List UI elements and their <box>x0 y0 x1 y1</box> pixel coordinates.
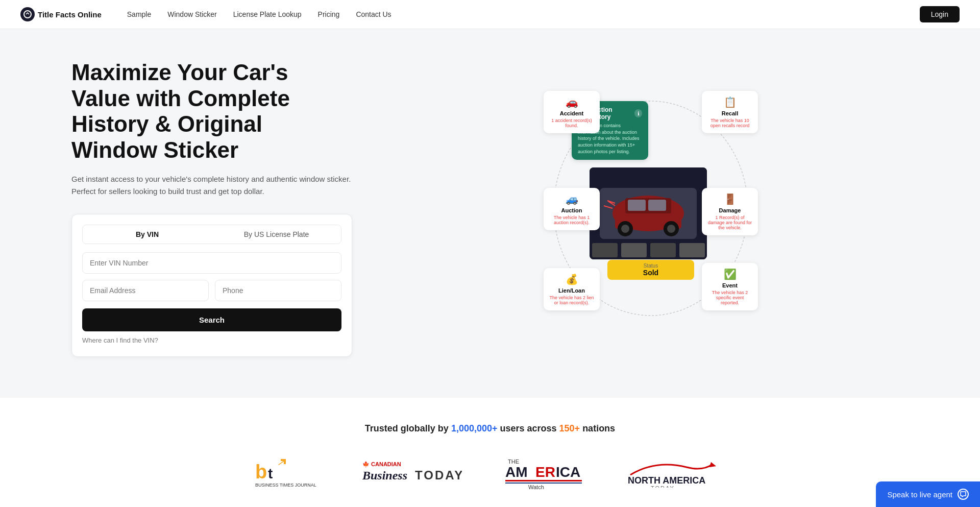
card-recall: 📋 Recall The vehicle has 10 open recalls… <box>702 91 758 133</box>
users-count: 1,000,000+ <box>451 423 498 433</box>
svg-rect-15 <box>650 243 676 257</box>
auction-sub-title: Auction <box>549 207 595 213</box>
svg-text:t: t <box>268 466 273 481</box>
recall-value: The vehicle has 10 open recalls record <box>707 118 753 128</box>
center-car-photo <box>590 167 707 259</box>
contact-fields <box>82 280 341 301</box>
hero-left: Maximize Your Car's Value with Complete … <box>71 60 352 357</box>
svg-rect-8 <box>648 200 666 211</box>
nav-pricing[interactable]: Pricing <box>318 10 340 18</box>
card-event: ✅ Event The vehicle has 2 specific event… <box>702 263 758 310</box>
event-value: The vehicle has 2 specific event reporte… <box>707 290 753 305</box>
logo-cbt: 🍁 CANADIAN Business TODAY <box>360 457 462 488</box>
svg-text:Watch: Watch <box>528 484 544 490</box>
svg-point-10 <box>621 225 629 233</box>
svg-text:ICA: ICA <box>556 464 580 480</box>
card-lien: 💰 Lien/Loan The vehicle has 2 lien or lo… <box>544 268 600 310</box>
status-value: Sold <box>607 269 694 277</box>
hero-title: Maximize Your Car's Value with Complete … <box>71 60 352 163</box>
damage-title: Damage <box>707 207 753 213</box>
trust-heading-start: Trusted globally by <box>365 423 451 433</box>
nav-sample[interactable]: Sample <box>127 10 151 18</box>
nav-contact[interactable]: Contact Us <box>356 10 391 18</box>
btj-logo-svg: b t BUSINESS TIMES JOURNAL <box>253 457 319 488</box>
email-field[interactable] <box>82 280 209 301</box>
nations-count: 150+ <box>559 423 580 433</box>
svg-text:ER: ER <box>535 464 555 480</box>
phone-field[interactable] <box>215 280 341 301</box>
svg-rect-27 <box>505 480 582 481</box>
lien-value: The vehicle has 2 lien or loan record(s)… <box>549 295 595 305</box>
report-diagram: 🏷️ Auction History ℹ This section contai… <box>544 86 758 331</box>
svg-rect-16 <box>679 243 705 257</box>
auction-sub-icon: 🚙 <box>549 193 595 205</box>
card-accident: 🚗 Accident 1 accident record(s) found. <box>544 91 600 133</box>
trust-heading-mid: users across <box>500 423 559 433</box>
trust-logos: b t BUSINESS TIMES JOURNAL 🍁 CANADIAN Bu… <box>61 454 919 490</box>
lien-title: Lien/Loan <box>549 287 595 294</box>
accident-value: 1 accident record(s) found. <box>549 118 595 128</box>
hero-section: Maximize Your Car's Value with Complete … <box>0 29 980 398</box>
damage-value: 1 Record(s) of damage are found for the … <box>707 215 753 230</box>
nat-logo-svg: NORTH AMERICA TODAY <box>625 457 727 488</box>
event-title: Event <box>707 282 753 288</box>
cbt-logo-svg: 🍁 CANADIAN Business TODAY <box>360 457 462 488</box>
nav-links: Sample Window Sticker License Plate Look… <box>127 10 920 19</box>
svg-rect-13 <box>592 243 618 257</box>
nav-license-plate[interactable]: License Plate Lookup <box>233 10 302 18</box>
status-sold-card: Status Sold <box>607 260 694 280</box>
logo-text: Title Facts Online <box>38 10 102 19</box>
svg-point-0 <box>24 11 31 18</box>
logo-btj: b t BUSINESS TIMES JOURNAL <box>253 457 319 488</box>
aw-logo-svg: THE AM ER ICA Watch <box>503 454 584 490</box>
auction-sub-value: The vehicle has 1 auction record(s). <box>549 215 595 225</box>
svg-text:BUSINESS TIMES JOURNAL: BUSINESS TIMES JOURNAL <box>255 482 316 488</box>
tab-plate[interactable]: By US License Plate <box>212 225 341 244</box>
accident-title: Accident <box>549 110 595 116</box>
recall-icon: 📋 <box>707 96 753 108</box>
search-tabs: By VIN By US License Plate <box>82 225 341 244</box>
live-agent-button[interactable]: Speak to live agent <box>876 481 980 507</box>
navbar: Title Facts Online Sample Window Sticker… <box>0 0 980 29</box>
svg-rect-14 <box>621 243 647 257</box>
logo-nat: NORTH AMERICA TODAY <box>625 457 727 488</box>
trust-heading: Trusted globally by 1,000,000+ users acr… <box>61 423 919 434</box>
search-box: By VIN By US License Plate Search Where … <box>71 214 352 357</box>
svg-text:NORTH AMERICA: NORTH AMERICA <box>628 475 705 486</box>
svg-text:TODAY: TODAY <box>415 468 462 482</box>
svg-text:b: b <box>255 461 267 482</box>
accident-icon: 🚗 <box>549 96 595 108</box>
hero-right: 🏷️ Auction History ℹ This section contai… <box>393 81 909 336</box>
damage-icon: 🚪 <box>707 193 753 205</box>
svg-text:AM: AM <box>505 464 528 480</box>
trust-section: Trusted globally by 1,000,000+ users acr… <box>0 398 980 507</box>
svg-marker-30 <box>709 462 716 467</box>
svg-point-12 <box>667 225 675 233</box>
svg-rect-28 <box>505 482 582 484</box>
logo[interactable]: Title Facts Online <box>20 7 102 21</box>
chat-icon <box>958 489 969 500</box>
live-agent-label: Speak to live agent <box>887 490 952 499</box>
tab-vin[interactable]: By VIN <box>83 225 212 244</box>
nav-window-sticker[interactable]: Window Sticker <box>167 10 216 18</box>
svg-text:TODAY: TODAY <box>651 485 675 488</box>
car-photo-svg <box>590 167 707 259</box>
trust-heading-end: nations <box>582 423 615 433</box>
auction-info-icon: ℹ <box>634 109 642 117</box>
svg-text:🍁 CANADIAN: 🍁 CANADIAN <box>362 461 401 468</box>
lien-icon: 💰 <box>549 273 595 285</box>
card-auction-sub: 🚙 Auction The vehicle has 1 auction reco… <box>544 188 600 230</box>
vin-input[interactable] <box>82 252 341 274</box>
logo-icon <box>20 7 35 21</box>
card-damage: 🚪 Damage 1 Record(s) of damage are found… <box>702 188 758 235</box>
svg-rect-7 <box>628 200 646 211</box>
svg-text:Business: Business <box>362 469 407 482</box>
login-button[interactable]: Login <box>920 6 960 22</box>
hero-subtitle: Get instant access to your vehicle's com… <box>71 173 352 198</box>
status-label: Status <box>607 263 694 269</box>
recall-title: Recall <box>707 110 753 116</box>
logo-aw: THE AM ER ICA Watch <box>503 454 584 490</box>
event-icon: ✅ <box>707 268 753 280</box>
vin-help-link[interactable]: Where can I find the VIN? <box>82 336 341 344</box>
search-button[interactable]: Search <box>82 308 341 331</box>
